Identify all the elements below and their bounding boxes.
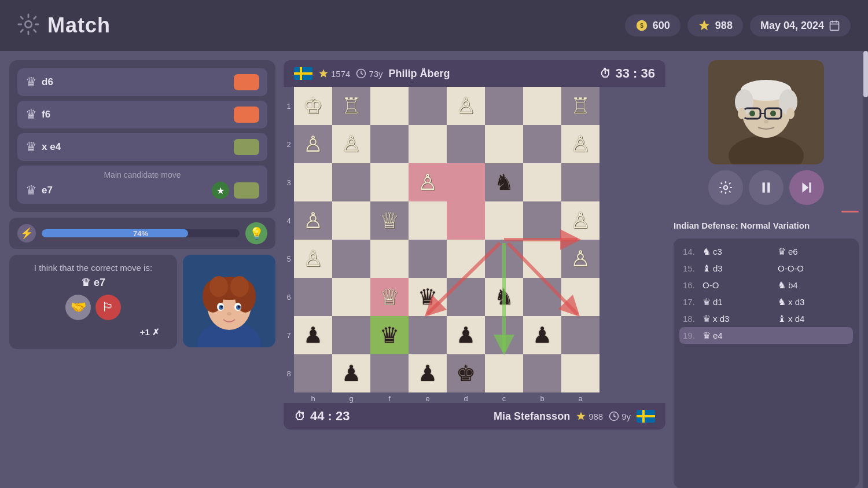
chess-cell[interactable] (332, 201, 370, 240)
chess-cell[interactable]: ♛ (409, 278, 447, 316)
chess-cell[interactable]: ♕ (370, 278, 409, 316)
scrollbar[interactable] (863, 51, 868, 488)
chess-cell[interactable] (523, 201, 561, 240)
chess-cell[interactable] (485, 240, 523, 278)
chess-cell[interactable] (409, 87, 447, 125)
chess-cell[interactable] (447, 201, 485, 240)
chess-cell[interactable] (332, 240, 370, 278)
chess-cell[interactable] (523, 278, 561, 316)
pause-button[interactable] (749, 170, 784, 205)
chess-cell[interactable] (370, 240, 409, 278)
skip-button[interactable] (789, 170, 824, 205)
svg-point-44 (749, 111, 755, 116)
gear-icon[interactable] (17, 13, 39, 38)
chess-cell[interactable] (294, 278, 332, 316)
svg-point-0 (25, 21, 31, 27)
chess-cell[interactable] (332, 278, 370, 316)
chess-cell[interactable]: ♛ (370, 316, 409, 354)
chess-cell[interactable] (523, 163, 561, 201)
chess-cell[interactable] (485, 316, 523, 354)
chess-cell[interactable]: ♙ (561, 201, 599, 240)
controls-row (674, 170, 859, 205)
move-list-row-15[interactable]: 15. ♝ d3 O-O-O (679, 260, 853, 277)
svg-point-48 (786, 108, 795, 119)
chess-cell[interactable]: ♟ (409, 354, 447, 392)
chess-cell[interactable] (485, 354, 523, 392)
candidate-move-row[interactable]: Main candidate move ♛ e7 ★ (17, 166, 267, 204)
chess-cell[interactable] (523, 354, 561, 392)
handshake-button[interactable]: 🤝 (65, 295, 91, 320)
chess-cell[interactable] (370, 354, 409, 392)
chess-cell[interactable] (370, 87, 409, 125)
chess-cell[interactable]: ♚ (447, 354, 485, 392)
chess-cell[interactable]: ♟ (294, 316, 332, 354)
header-left: Match (17, 13, 111, 38)
chess-cell[interactable] (485, 125, 523, 163)
chess-cell[interactable] (409, 201, 447, 240)
chess-cell[interactable] (332, 163, 370, 201)
player-bottom-rating: 988 (589, 412, 603, 421)
flag-button[interactable]: 🏳 (95, 295, 121, 320)
chess-cell[interactable]: ♖ (332, 87, 370, 125)
chess-cell[interactable] (409, 316, 447, 354)
move-list-row-19[interactable]: 19. ♛ e4 (679, 327, 853, 344)
chess-cell[interactable] (561, 316, 599, 354)
chess-cell[interactable]: ♟ (523, 316, 561, 354)
chess-cell[interactable] (561, 163, 599, 201)
chess-cell[interactable] (523, 87, 561, 125)
chess-cell[interactable] (332, 316, 370, 354)
chess-cell[interactable] (561, 278, 599, 316)
chess-cell[interactable] (447, 163, 485, 201)
move-row-xe4[interactable]: ♛ x e4 (17, 133, 267, 161)
extra-bar[interactable]: +1 ✗ (132, 324, 168, 341)
bulb-icon[interactable]: 💡 (245, 222, 267, 244)
chess-cell[interactable] (485, 201, 523, 240)
chess-cell[interactable]: ♟ (332, 354, 370, 392)
player-top-age: 73y (369, 69, 382, 79)
chess-cell[interactable]: ♙ (332, 125, 370, 163)
svg-rect-51 (767, 182, 770, 192)
chess-cell[interactable]: ♖ (561, 87, 599, 125)
chess-board[interactable]: ♔♖♙♖♙♙♙♙♞♙♕♙♙♙♕♛♞♟♛♟♟♟♟♚ (294, 87, 599, 392)
chess-cell[interactable]: ♙ (294, 201, 332, 240)
player-bottom-flag (637, 410, 655, 423)
move-list-row-18[interactable]: 18. ♛ x d3 ♝ x d4 (679, 310, 853, 327)
chess-cell[interactable] (447, 278, 485, 316)
move-row-f6[interactable]: ♛ f6 (17, 101, 267, 129)
chess-cell[interactable]: ♔ (294, 87, 332, 125)
chess-cell[interactable] (409, 125, 447, 163)
chess-cell[interactable]: ♙ (561, 125, 599, 163)
svg-point-23 (227, 312, 231, 315)
chess-cell[interactable]: ♙ (561, 240, 599, 278)
chess-cell[interactable] (370, 125, 409, 163)
move-row-d6[interactable]: ♛ d6 (17, 68, 267, 96)
chess-cell[interactable] (447, 125, 485, 163)
svg-point-15 (209, 276, 228, 297)
chess-cell[interactable]: ♞ (485, 278, 523, 316)
chess-cell[interactable] (447, 240, 485, 278)
chess-cell[interactable]: ♙ (409, 163, 447, 201)
scrollbar-thumb[interactable] (863, 51, 868, 97)
chess-cell[interactable] (523, 125, 561, 163)
chess-cell[interactable]: ♟ (447, 316, 485, 354)
chess-cell[interactable]: ♞ (485, 163, 523, 201)
chess-cell[interactable] (561, 354, 599, 392)
chess-cell[interactable] (485, 87, 523, 125)
player-top-info: 1574 73y Philip Åberg (294, 67, 450, 80)
chess-cell[interactable]: ♙ (294, 125, 332, 163)
chess-cell[interactable] (294, 163, 332, 201)
chess-cell[interactable] (409, 240, 447, 278)
chess-cell[interactable]: ♙ (294, 240, 332, 278)
candidate-color (234, 182, 259, 199)
chess-cell[interactable]: ♕ (370, 201, 409, 240)
svg-text:$: $ (640, 23, 643, 29)
chess-cell[interactable]: ♙ (447, 87, 485, 125)
settings-button[interactable] (708, 170, 743, 205)
chess-cell[interactable] (370, 163, 409, 201)
chess-cell[interactable] (523, 240, 561, 278)
chess-cell[interactable] (294, 354, 332, 392)
header: Match $ 600 988 May 04, 2024 (0, 0, 868, 51)
move-list-row-14[interactable]: 14. ♞ c3 ♛ e6 (679, 243, 853, 260)
move-list-row-16[interactable]: 16. O-O ♞ b4 (679, 277, 853, 293)
move-list-row-17[interactable]: 17. ♛ d1 ♞ x d3 (679, 293, 853, 310)
